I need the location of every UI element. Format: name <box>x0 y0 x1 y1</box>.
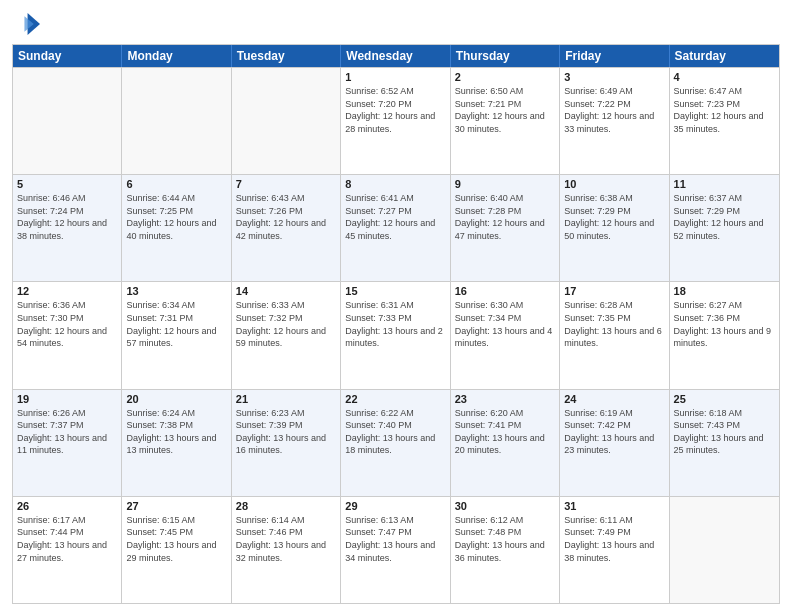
day-number: 25 <box>674 393 775 405</box>
calendar-cell <box>13 68 122 174</box>
day-number: 27 <box>126 500 226 512</box>
day-info: Sunrise: 6:14 AM Sunset: 7:46 PM Dayligh… <box>236 514 336 564</box>
calendar-cell <box>670 497 779 603</box>
day-number: 14 <box>236 285 336 297</box>
calendar-cell: 3Sunrise: 6:49 AM Sunset: 7:22 PM Daylig… <box>560 68 669 174</box>
calendar-cell: 15Sunrise: 6:31 AM Sunset: 7:33 PM Dayli… <box>341 282 450 388</box>
calendar-cell: 8Sunrise: 6:41 AM Sunset: 7:27 PM Daylig… <box>341 175 450 281</box>
calendar-row: 5Sunrise: 6:46 AM Sunset: 7:24 PM Daylig… <box>13 174 779 281</box>
day-number: 18 <box>674 285 775 297</box>
calendar-row: 1Sunrise: 6:52 AM Sunset: 7:20 PM Daylig… <box>13 67 779 174</box>
day-number: 2 <box>455 71 555 83</box>
day-number: 20 <box>126 393 226 405</box>
day-info: Sunrise: 6:50 AM Sunset: 7:21 PM Dayligh… <box>455 85 555 135</box>
calendar-cell: 9Sunrise: 6:40 AM Sunset: 7:28 PM Daylig… <box>451 175 560 281</box>
calendar-cell: 17Sunrise: 6:28 AM Sunset: 7:35 PM Dayli… <box>560 282 669 388</box>
calendar-cell <box>122 68 231 174</box>
day-info: Sunrise: 6:37 AM Sunset: 7:29 PM Dayligh… <box>674 192 775 242</box>
calendar-cell: 5Sunrise: 6:46 AM Sunset: 7:24 PM Daylig… <box>13 175 122 281</box>
day-info: Sunrise: 6:49 AM Sunset: 7:22 PM Dayligh… <box>564 85 664 135</box>
day-info: Sunrise: 6:41 AM Sunset: 7:27 PM Dayligh… <box>345 192 445 242</box>
calendar-cell: 1Sunrise: 6:52 AM Sunset: 7:20 PM Daylig… <box>341 68 450 174</box>
calendar-cell: 19Sunrise: 6:26 AM Sunset: 7:37 PM Dayli… <box>13 390 122 496</box>
day-info: Sunrise: 6:31 AM Sunset: 7:33 PM Dayligh… <box>345 299 445 349</box>
day-info: Sunrise: 6:24 AM Sunset: 7:38 PM Dayligh… <box>126 407 226 457</box>
calendar-cell: 22Sunrise: 6:22 AM Sunset: 7:40 PM Dayli… <box>341 390 450 496</box>
calendar-cell: 21Sunrise: 6:23 AM Sunset: 7:39 PM Dayli… <box>232 390 341 496</box>
calendar-cell: 26Sunrise: 6:17 AM Sunset: 7:44 PM Dayli… <box>13 497 122 603</box>
day-info: Sunrise: 6:43 AM Sunset: 7:26 PM Dayligh… <box>236 192 336 242</box>
day-info: Sunrise: 6:52 AM Sunset: 7:20 PM Dayligh… <box>345 85 445 135</box>
day-number: 3 <box>564 71 664 83</box>
day-number: 15 <box>345 285 445 297</box>
day-number: 26 <box>17 500 117 512</box>
header <box>12 10 780 38</box>
header-day-tuesday: Tuesday <box>232 45 341 67</box>
calendar-cell: 11Sunrise: 6:37 AM Sunset: 7:29 PM Dayli… <box>670 175 779 281</box>
day-info: Sunrise: 6:17 AM Sunset: 7:44 PM Dayligh… <box>17 514 117 564</box>
day-number: 4 <box>674 71 775 83</box>
day-number: 5 <box>17 178 117 190</box>
day-info: Sunrise: 6:13 AM Sunset: 7:47 PM Dayligh… <box>345 514 445 564</box>
day-number: 16 <box>455 285 555 297</box>
day-info: Sunrise: 6:18 AM Sunset: 7:43 PM Dayligh… <box>674 407 775 457</box>
day-number: 8 <box>345 178 445 190</box>
calendar-cell: 6Sunrise: 6:44 AM Sunset: 7:25 PM Daylig… <box>122 175 231 281</box>
day-info: Sunrise: 6:33 AM Sunset: 7:32 PM Dayligh… <box>236 299 336 349</box>
day-number: 13 <box>126 285 226 297</box>
day-info: Sunrise: 6:22 AM Sunset: 7:40 PM Dayligh… <box>345 407 445 457</box>
calendar-cell: 25Sunrise: 6:18 AM Sunset: 7:43 PM Dayli… <box>670 390 779 496</box>
day-number: 30 <box>455 500 555 512</box>
day-info: Sunrise: 6:27 AM Sunset: 7:36 PM Dayligh… <box>674 299 775 349</box>
day-number: 22 <box>345 393 445 405</box>
day-info: Sunrise: 6:23 AM Sunset: 7:39 PM Dayligh… <box>236 407 336 457</box>
page: SundayMondayTuesdayWednesdayThursdayFrid… <box>0 0 792 612</box>
day-info: Sunrise: 6:36 AM Sunset: 7:30 PM Dayligh… <box>17 299 117 349</box>
calendar-cell: 23Sunrise: 6:20 AM Sunset: 7:41 PM Dayli… <box>451 390 560 496</box>
header-day-sunday: Sunday <box>13 45 122 67</box>
calendar-cell <box>232 68 341 174</box>
day-info: Sunrise: 6:47 AM Sunset: 7:23 PM Dayligh… <box>674 85 775 135</box>
calendar-cell: 31Sunrise: 6:11 AM Sunset: 7:49 PM Dayli… <box>560 497 669 603</box>
day-number: 12 <box>17 285 117 297</box>
header-day-monday: Monday <box>122 45 231 67</box>
calendar-cell: 4Sunrise: 6:47 AM Sunset: 7:23 PM Daylig… <box>670 68 779 174</box>
day-info: Sunrise: 6:34 AM Sunset: 7:31 PM Dayligh… <box>126 299 226 349</box>
logo-icon <box>12 10 40 38</box>
day-number: 29 <box>345 500 445 512</box>
calendar-cell: 10Sunrise: 6:38 AM Sunset: 7:29 PM Dayli… <box>560 175 669 281</box>
day-number: 10 <box>564 178 664 190</box>
day-number: 6 <box>126 178 226 190</box>
calendar-row: 12Sunrise: 6:36 AM Sunset: 7:30 PM Dayli… <box>13 281 779 388</box>
day-info: Sunrise: 6:28 AM Sunset: 7:35 PM Dayligh… <box>564 299 664 349</box>
day-info: Sunrise: 6:20 AM Sunset: 7:41 PM Dayligh… <box>455 407 555 457</box>
day-number: 24 <box>564 393 664 405</box>
logo <box>12 10 44 38</box>
day-info: Sunrise: 6:11 AM Sunset: 7:49 PM Dayligh… <box>564 514 664 564</box>
day-info: Sunrise: 6:38 AM Sunset: 7:29 PM Dayligh… <box>564 192 664 242</box>
day-number: 23 <box>455 393 555 405</box>
calendar-cell: 2Sunrise: 6:50 AM Sunset: 7:21 PM Daylig… <box>451 68 560 174</box>
day-info: Sunrise: 6:26 AM Sunset: 7:37 PM Dayligh… <box>17 407 117 457</box>
calendar-cell: 30Sunrise: 6:12 AM Sunset: 7:48 PM Dayli… <box>451 497 560 603</box>
day-number: 31 <box>564 500 664 512</box>
calendar-cell: 27Sunrise: 6:15 AM Sunset: 7:45 PM Dayli… <box>122 497 231 603</box>
calendar-cell: 18Sunrise: 6:27 AM Sunset: 7:36 PM Dayli… <box>670 282 779 388</box>
calendar-cell: 14Sunrise: 6:33 AM Sunset: 7:32 PM Dayli… <box>232 282 341 388</box>
day-number: 11 <box>674 178 775 190</box>
header-day-friday: Friday <box>560 45 669 67</box>
day-info: Sunrise: 6:40 AM Sunset: 7:28 PM Dayligh… <box>455 192 555 242</box>
day-info: Sunrise: 6:19 AM Sunset: 7:42 PM Dayligh… <box>564 407 664 457</box>
day-number: 1 <box>345 71 445 83</box>
calendar-cell: 13Sunrise: 6:34 AM Sunset: 7:31 PM Dayli… <box>122 282 231 388</box>
day-info: Sunrise: 6:46 AM Sunset: 7:24 PM Dayligh… <box>17 192 117 242</box>
calendar-row: 26Sunrise: 6:17 AM Sunset: 7:44 PM Dayli… <box>13 496 779 603</box>
calendar-cell: 20Sunrise: 6:24 AM Sunset: 7:38 PM Dayli… <box>122 390 231 496</box>
calendar-cell: 24Sunrise: 6:19 AM Sunset: 7:42 PM Dayli… <box>560 390 669 496</box>
day-number: 21 <box>236 393 336 405</box>
calendar-body: 1Sunrise: 6:52 AM Sunset: 7:20 PM Daylig… <box>13 67 779 603</box>
calendar-header: SundayMondayTuesdayWednesdayThursdayFrid… <box>13 45 779 67</box>
day-info: Sunrise: 6:15 AM Sunset: 7:45 PM Dayligh… <box>126 514 226 564</box>
day-number: 9 <box>455 178 555 190</box>
day-number: 19 <box>17 393 117 405</box>
